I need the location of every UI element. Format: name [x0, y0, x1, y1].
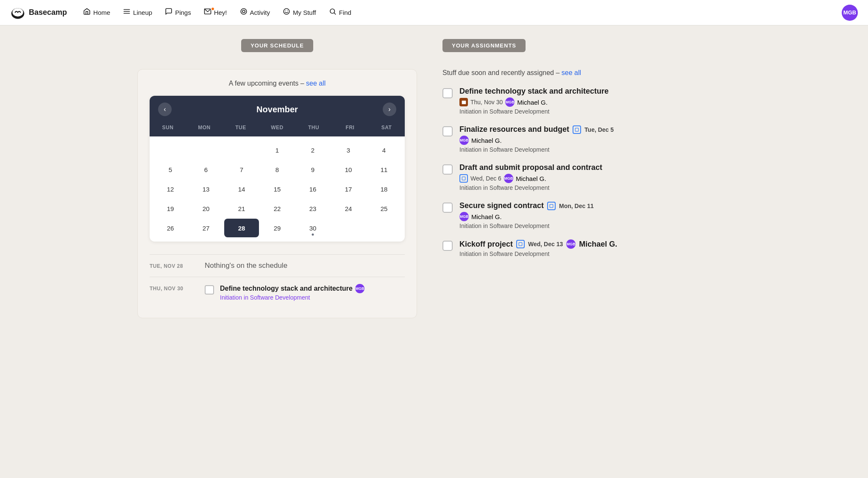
schedule-card: A few upcoming events – see all ‹ Novemb…	[137, 69, 417, 318]
navbar: Basecamp Home Lineup Pings	[0, 0, 868, 25]
assign-avatar-5: MGB	[566, 239, 576, 249]
main-content: YOUR SCHEDULE A few upcoming events – se…	[120, 25, 748, 332]
calendar-day-8[interactable]: 8	[260, 160, 295, 179]
calendar-event-dot-30	[312, 233, 314, 236]
calendar-header: ‹ November ›	[150, 96, 405, 123]
calendar-day-30[interactable]: 30	[295, 219, 330, 237]
nav-item-mystuff[interactable]: My Stuff	[277, 4, 322, 21]
assign-avatar-3: MGB	[504, 174, 513, 183]
calendar-day-18[interactable]: 18	[367, 180, 401, 198]
day-sat: SAT	[368, 123, 405, 132]
calendar-day-empty	[224, 141, 259, 159]
assign-person-4: Michael G.	[471, 213, 502, 220]
todo-icon-5	[516, 240, 525, 248]
calendar-day-9[interactable]: 9	[295, 160, 330, 179]
calendar-day-24[interactable]: 24	[331, 199, 366, 218]
day-mon: MON	[186, 123, 223, 132]
calendar-day-4[interactable]: 4	[367, 141, 401, 159]
assign-checkbox-1[interactable]	[442, 88, 453, 98]
nav-item-home[interactable]: Home	[77, 4, 116, 21]
nav-item-lineup[interactable]: Lineup	[117, 4, 158, 21]
due-date-2: Tue, Dec 5	[584, 126, 614, 133]
event-item-1: Define technology stack and architecture…	[205, 284, 405, 301]
hey-icon	[204, 8, 211, 17]
day-thu: THU	[295, 123, 332, 132]
schedule-see-all-link[interactable]: see all	[306, 80, 326, 87]
assignment-item-1: Define technology stack and architecture…	[442, 87, 731, 115]
assignment-item-3: Draft and submit proposal and contract W…	[442, 163, 731, 191]
svg-line-12	[334, 13, 335, 14]
assign-checkbox-3[interactable]	[442, 164, 453, 175]
calendar-day-empty	[367, 219, 401, 237]
calendar-day-5[interactable]: 5	[153, 160, 188, 179]
nav-item-hey[interactable]: Hey!	[198, 4, 233, 21]
calendar-next-button[interactable]: ›	[383, 103, 396, 116]
event-checkbox-1[interactable]	[205, 285, 214, 295]
calendar-day-2[interactable]: 2	[295, 141, 330, 159]
find-icon	[329, 8, 337, 17]
nav-item-pings[interactable]: Pings	[159, 4, 197, 21]
calendar-dates: 1234567891011121314151617181920212223242…	[150, 136, 405, 242]
calendar-day-29[interactable]: 29	[260, 219, 295, 237]
calendar-day-10[interactable]: 10	[331, 160, 366, 179]
calendar-day-6[interactable]: 6	[189, 160, 223, 179]
user-avatar[interactable]: MGB	[842, 5, 858, 21]
calendar-day-21[interactable]: 21	[224, 199, 259, 218]
assign-meta-2: MGB Michael G.	[459, 136, 731, 145]
assign-checkbox-4[interactable]	[442, 203, 453, 213]
calendar-day-19[interactable]: 19	[153, 199, 188, 218]
calendar-day-13[interactable]: 13	[189, 180, 223, 198]
svg-rect-15	[462, 177, 465, 180]
calendar-prev-button[interactable]: ‹	[158, 103, 172, 116]
svg-rect-16	[550, 204, 553, 208]
svg-rect-14	[575, 128, 579, 131]
calendar-day-28[interactable]: 28	[224, 219, 259, 237]
event-project-1: Initiation in Software Development	[220, 294, 405, 301]
calendar-day-16[interactable]: 16	[295, 180, 330, 198]
assign-checkbox-2[interactable]	[442, 126, 453, 136]
assign-project-4: Initiation in Software Development	[459, 222, 731, 229]
day-wed: WED	[259, 123, 295, 132]
calendar-day-27[interactable]: 27	[189, 219, 223, 237]
due-date-1: Thu, Nov 30	[470, 99, 503, 106]
calendar-day-17[interactable]: 17	[331, 180, 366, 198]
assign-meta-3: Wed, Dec 6 MGB Michael G.	[459, 174, 731, 183]
day-sun: SUN	[150, 123, 186, 132]
todo-icon-3	[459, 174, 468, 183]
nav-item-activity[interactable]: Activity	[234, 4, 276, 21]
calendar-day-11[interactable]: 11	[367, 160, 401, 179]
assignments-see-all-link[interactable]: see all	[562, 69, 581, 76]
svg-rect-13	[462, 100, 466, 104]
day-tue: TUE	[223, 123, 259, 132]
calendar-day-empty	[153, 141, 188, 159]
assign-checkbox-5[interactable]	[442, 241, 453, 251]
schedule-row-nov30: THU, NOV 30 Define technology stack and …	[150, 277, 405, 308]
calendar-day-7[interactable]: 7	[224, 160, 259, 179]
calendar-day-1[interactable]: 1	[260, 141, 295, 159]
calendar-month-title: November	[256, 105, 298, 114]
assignment-item-5: Kickoff project Wed, Dec 13 MGB Michael …	[442, 239, 731, 257]
calendar-day-14[interactable]: 14	[224, 180, 259, 198]
nav-item-find[interactable]: Find	[323, 4, 357, 21]
schedule-panel: YOUR SCHEDULE A few upcoming events – se…	[137, 39, 434, 318]
logo[interactable]: Basecamp	[10, 5, 67, 20]
notification-dot	[211, 7, 215, 11]
activity-icon	[240, 8, 248, 17]
svg-point-8	[284, 8, 289, 14]
calendar-day-15[interactable]: 15	[260, 180, 295, 198]
svg-rect-17	[519, 242, 522, 246]
nothing-scheduled-text: Nothing's on the schedule	[205, 261, 287, 270]
lineup-icon	[123, 8, 131, 17]
assign-title-1: Define technology stack and architecture	[459, 87, 731, 96]
calendar-day-23[interactable]: 23	[295, 199, 330, 218]
calendar-day-12[interactable]: 12	[153, 180, 188, 198]
calendar-day-22[interactable]: 22	[260, 199, 295, 218]
calendar-day-26[interactable]: 26	[153, 219, 188, 237]
event-title-1: Define technology stack and architecture…	[220, 284, 405, 293]
calendar-day-3[interactable]: 3	[331, 141, 366, 159]
calendar-day-20[interactable]: 20	[189, 199, 223, 218]
todo-icon-2	[573, 125, 581, 134]
assign-title-5: Kickoff project Wed, Dec 13 MGB Michael …	[459, 239, 731, 249]
calendar-day-25[interactable]: 25	[367, 199, 401, 218]
assign-person-5: Michael G.	[579, 240, 617, 249]
